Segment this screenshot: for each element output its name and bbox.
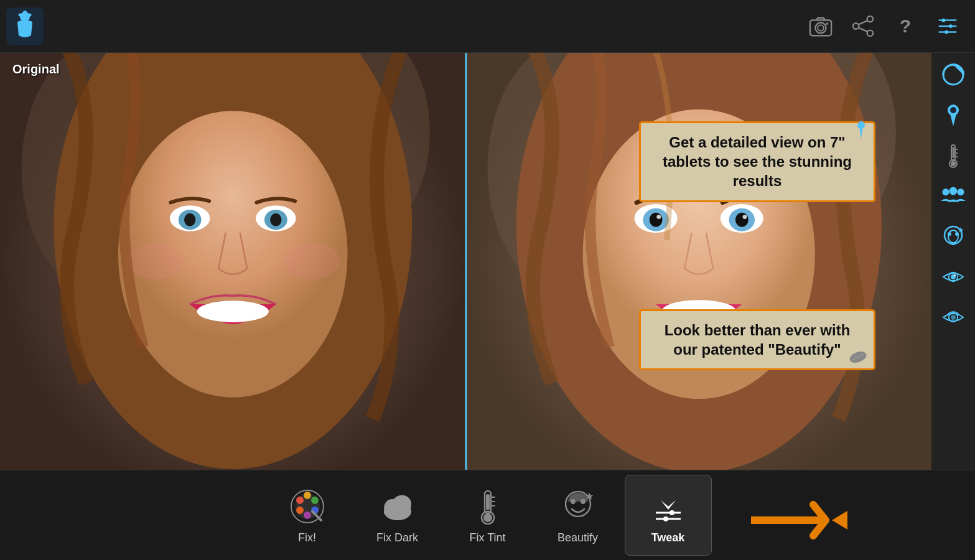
app-header: ? <box>0 0 975 53</box>
share-button[interactable] <box>848 11 878 41</box>
app-logo <box>6 7 44 45</box>
svg-point-3 <box>19 14 22 17</box>
logo-area <box>6 7 56 45</box>
svg-point-89 <box>394 495 411 513</box>
tooltip-bottom-text: Look better than ever with our patented … <box>653 320 861 359</box>
split-divider[interactable] <box>465 53 467 470</box>
svg-point-64 <box>942 189 949 195</box>
svg-point-56 <box>950 107 956 113</box>
svg-point-68 <box>948 230 958 243</box>
settings-button[interactable] <box>933 11 963 41</box>
arrow-indicator <box>751 495 851 548</box>
sidebar-tool-eye-detail[interactable] <box>935 258 972 296</box>
tool-fix-dark[interactable]: Fix Dark <box>354 475 441 556</box>
svg-point-78 <box>296 497 304 504</box>
fix-icon <box>287 486 327 526</box>
svg-point-34 <box>126 243 183 279</box>
svg-point-8 <box>818 25 824 31</box>
svg-point-44 <box>656 215 661 219</box>
sidebar-tool-face-beauty[interactable] <box>935 218 972 255</box>
svg-point-9 <box>826 22 829 25</box>
svg-point-93 <box>483 513 492 522</box>
svg-rect-21 <box>945 30 948 34</box>
svg-rect-102 <box>669 510 674 515</box>
sidebar-tool-group-faces[interactable] <box>935 177 972 215</box>
svg-point-32 <box>270 213 281 226</box>
svg-point-75 <box>951 315 956 320</box>
sidebar-tool-eye-enhance[interactable] <box>935 299 972 336</box>
svg-point-82 <box>304 511 311 519</box>
tool-fix-tint[interactable]: Fix Tint <box>444 475 531 556</box>
svg-rect-92 <box>486 494 490 510</box>
svg-point-73 <box>954 274 956 276</box>
svg-point-51 <box>857 121 865 129</box>
svg-rect-59 <box>953 147 954 158</box>
svg-rect-103 <box>663 516 668 521</box>
camera-button[interactable] <box>806 11 836 41</box>
fix-tint-label: Fix Tint <box>469 531 505 544</box>
original-label: Original <box>12 62 60 77</box>
right-sidebar <box>931 53 975 470</box>
svg-point-35 <box>283 243 340 279</box>
svg-text:?: ? <box>900 15 912 36</box>
svg-point-10 <box>867 16 874 22</box>
svg-point-29 <box>184 213 195 226</box>
svg-point-4 <box>29 14 32 17</box>
svg-point-33 <box>197 301 269 322</box>
tweak-label: Tweak <box>651 531 685 544</box>
sidebar-tool-adjust[interactable] <box>935 137 972 174</box>
svg-point-7 <box>815 22 826 33</box>
image-right-enhanced <box>466 53 932 470</box>
svg-point-70 <box>955 232 959 236</box>
svg-point-65 <box>949 187 958 195</box>
svg-marker-104 <box>832 511 847 530</box>
help-button[interactable]: ? <box>890 11 920 41</box>
beautify-icon <box>557 486 598 526</box>
fix-tint-icon <box>467 486 508 526</box>
svg-point-69 <box>948 232 951 236</box>
beautify-label: Beautify <box>557 531 598 544</box>
tooltip-top-text: Get a detailed view on 7" tablets to see… <box>653 133 861 191</box>
svg-point-11 <box>853 23 859 29</box>
canvas-area: Original Get a detailed view on 7" table… <box>0 53 931 470</box>
svg-rect-20 <box>949 24 953 28</box>
svg-point-12 <box>867 30 874 37</box>
fix-dark-label: Fix Dark <box>376 531 418 544</box>
tool-beautify[interactable]: Beautify <box>534 475 622 556</box>
svg-point-80 <box>311 497 319 504</box>
svg-point-83 <box>296 506 304 514</box>
image-left-original <box>0 53 466 470</box>
sidebar-tool-pin[interactable] <box>935 96 972 134</box>
svg-rect-19 <box>942 19 946 22</box>
sidebar-tool-color-circle[interactable] <box>935 56 972 93</box>
svg-line-14 <box>859 28 867 32</box>
bottom-toolbar: Fix! Fix Dark <box>0 470 975 560</box>
tool-tweak[interactable]: Tweak <box>625 475 712 556</box>
tweak-icon <box>648 486 688 526</box>
tool-fix[interactable]: Fix! <box>264 475 351 556</box>
fix-label: Fix! <box>298 531 316 544</box>
svg-point-47 <box>735 213 748 227</box>
tooltip-top: Get a detailed view on 7" tablets to see… <box>639 121 875 202</box>
svg-point-60 <box>951 161 956 166</box>
header-actions: ? <box>806 11 963 41</box>
svg-line-13 <box>859 21 867 24</box>
svg-point-43 <box>649 213 662 227</box>
svg-point-66 <box>957 189 964 195</box>
svg-point-79 <box>304 492 311 499</box>
svg-point-48 <box>742 215 747 219</box>
tooltip-bottom: Look better than ever with our patented … <box>639 309 875 370</box>
fix-dark-icon <box>377 486 418 526</box>
